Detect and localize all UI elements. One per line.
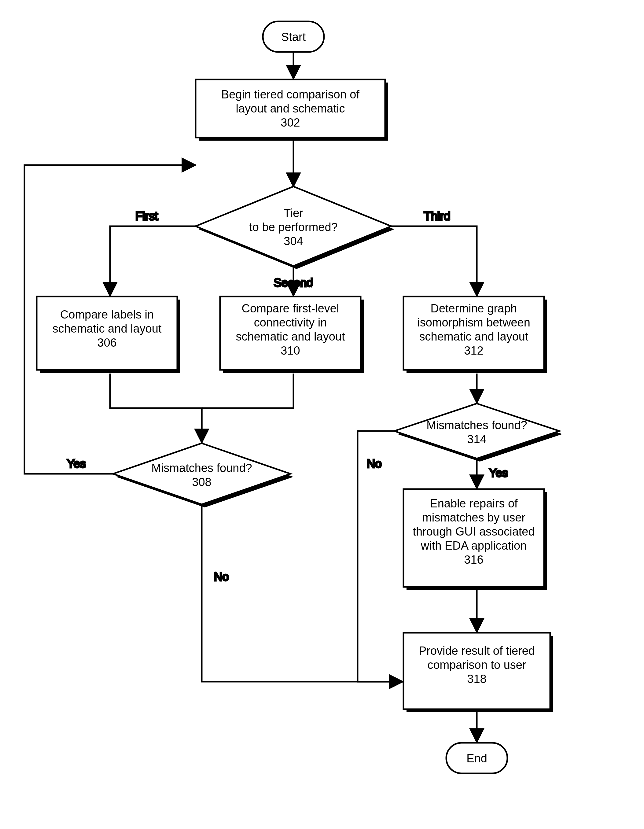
edge-label-no-308: No (214, 571, 229, 583)
node-end: End (446, 743, 507, 773)
node-316-line2: through GUI associated (413, 525, 535, 538)
node-312-line0: Determine graph (430, 302, 517, 315)
node-312: Determine graph isomorphism between sche… (403, 296, 547, 373)
node-310: Compare first-level connectivity in sche… (220, 296, 364, 373)
node-304: Tier to be performed? 304 (195, 186, 394, 269)
node-312-line3: 312 (464, 344, 483, 357)
node-310-line1: connectivity in (254, 316, 327, 329)
node-318: Provide result of tiered comparison to u… (403, 633, 553, 712)
node-316-line1: mismatches by user (422, 511, 526, 524)
node-306-line2: 306 (97, 336, 117, 349)
node-304-line2: 304 (283, 235, 303, 247)
node-316-line3: with EDA application (420, 539, 527, 552)
node-end-text: End (466, 752, 487, 765)
node-start: Start (263, 21, 324, 52)
node-314-line0: Mismatches found? (427, 419, 527, 432)
node-306-line1: schematic and layout (53, 322, 162, 335)
node-302-line2: 302 (280, 116, 300, 129)
flowchart: First Second Third Yes No No Yes (0, 0, 644, 829)
node-310-line3: 310 (280, 344, 300, 357)
node-302-line1: layout and schematic (236, 102, 345, 115)
edge-label-third: Third (424, 210, 450, 222)
node-312-line2: schematic and layout (419, 330, 529, 343)
node-308: Mismatches found? 308 (113, 443, 293, 507)
node-306-line0: Compare labels in (60, 308, 154, 321)
node-316-line0: Enable repairs of (430, 497, 518, 510)
node-318-line2: 318 (467, 673, 486, 686)
node-306: Compare labels in schematic and layout 3… (37, 296, 180, 373)
node-304-line1: to be performed? (249, 221, 337, 233)
edge-label-yes-308: Yes (67, 457, 86, 470)
edge-label-second: Second (274, 276, 313, 289)
node-310-line0: Compare first-level (242, 302, 339, 315)
node-start-text: Start (281, 31, 306, 43)
edge-label-first: First (135, 210, 158, 222)
node-314-line1: 314 (467, 433, 486, 446)
node-312-line1: isomorphism between (417, 316, 530, 329)
node-302: Begin tiered comparison of layout and sc… (195, 79, 388, 140)
edge-label-yes-314: Yes (489, 467, 508, 479)
node-318-line0: Provide result of tiered (419, 645, 535, 657)
node-304-line0: Tier (283, 206, 303, 219)
node-314: Mismatches found? 314 (394, 403, 562, 462)
node-316: Enable repairs of mismatches by user thr… (403, 489, 547, 590)
node-308-line1: 308 (192, 476, 211, 489)
node-318-line1: comparison to user (427, 659, 526, 671)
edge-label-no-314: No (367, 457, 382, 470)
node-302-line0: Begin tiered comparison of (221, 88, 359, 101)
node-308-line0: Mismatches found? (151, 462, 252, 474)
node-310-line2: schematic and layout (236, 330, 345, 343)
node-316-line4: 316 (464, 553, 483, 566)
